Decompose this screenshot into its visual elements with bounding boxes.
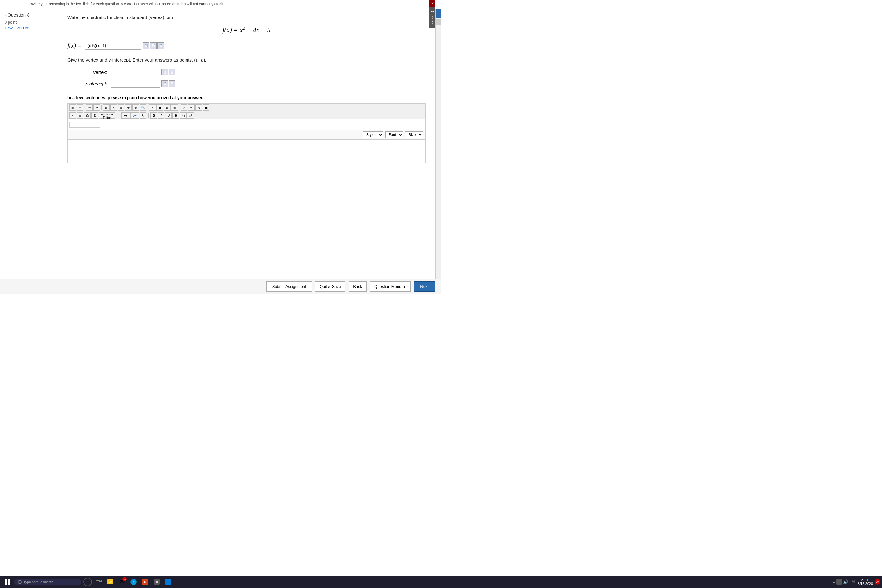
tb-align-left[interactable]: ⫸ [181,104,188,111]
chevron-up-icon: ▲ [403,285,406,288]
tb-sep2 [101,105,102,110]
tb-cut[interactable]: ✕ [110,104,117,111]
tb-source[interactable]: ⊞ [69,104,76,111]
explanation-title: In a few sentences, please explain how y… [68,95,426,100]
how-did-i-do-link[interactable]: How Did I Do? [4,26,56,30]
styles-font-bar: Styles Font Size [68,130,426,140]
tb-paste[interactable]: ⊕ [118,104,124,111]
tb-sep1 [84,105,85,110]
editor-inner-input[interactable] [69,122,100,128]
yintercept-label: y-intercept: [68,81,107,86]
tb-copy[interactable]: ⊡ [103,104,110,111]
vertex-row: Vertex: 📋 📄 [68,68,426,76]
tb-list2[interactable]: ☰ [156,104,163,111]
left-panel: - Question 8 0 point How Did I Do? [0,9,61,279]
right-side-panel: ✕ ... avorites [429,0,435,28]
tb-sep4 [179,105,180,110]
tb-undo[interactable]: ↩ [86,104,93,111]
tb-omega[interactable]: Ω [84,112,91,118]
tb-maximize[interactable]: ↔ [76,104,83,111]
main-scrollbar[interactable] [435,9,441,279]
yintercept-input[interactable] [111,80,160,88]
function-icon-3[interactable]: 📋 [158,42,164,49]
point-display: 0 point [4,20,56,24]
next-button[interactable]: Next [414,282,435,291]
yintercept-row: y-intercept: 📋 📄 [68,80,426,88]
right-content: Write the quadratic function in standard… [61,9,435,279]
intro-text: provide your reasoning in the text field… [0,0,435,8]
yintercept-icon-2[interactable]: 📄 [169,80,176,87]
vertex-icon-1[interactable]: 📋 [161,69,168,75]
tb-bg-color[interactable]: A▾ [130,112,139,118]
tb-paste2[interactable]: ⊕ [125,104,132,111]
tb-paste3[interactable]: ⊕ [132,104,139,111]
tb-align-center[interactable]: ≡ [188,104,195,111]
yintercept-icon-1[interactable]: 📋 [161,80,168,87]
editor-toolbar-row1: ⊞ ↔ ↩ ↪ ⊡ ✕ ⊕ ⊕ ⊕ 🔍 ≡ ☰ ⊟ ⊞ ⫸ ≡ ⫷ [68,103,426,111]
scrollbar-thumb-blue[interactable] [436,9,441,18]
back-button[interactable]: Back [348,282,367,291]
tb-italic[interactable]: I [158,112,165,118]
tb-strikethrough[interactable]: S [172,112,179,118]
explanation-section: In a few sentences, please explain how y… [68,95,426,163]
function-label: f(x) = [68,42,81,49]
editor-text-area-top [68,119,426,130]
question-prompt-2: Give the vertex and y-intercept. Enter y… [68,57,426,63]
tb-indent-dec[interactable]: ⊟ [164,104,171,111]
quit-save-button[interactable]: Quit & Save [315,282,345,291]
question-menu-button[interactable]: Question Menu ▲ [370,282,411,291]
question-prompt-1: Write the quadratic function in standard… [68,15,426,20]
tb-subscript[interactable]: X2 [180,112,186,118]
function-answer-row: f(x) = 📋 📄 📋 [68,42,426,50]
tb-sigma[interactable]: Σ [91,112,98,118]
tb-table-insert[interactable]: ≡ [69,112,76,118]
tb-search[interactable]: 🔍 [140,104,146,111]
more-options-button[interactable]: ... [429,7,435,14]
tb-bold[interactable]: B [150,112,157,118]
explanation-textarea[interactable] [68,140,425,163]
tb-font-color[interactable]: A▾ [121,112,130,118]
scrollbar-thumb-gray[interactable] [436,19,441,25]
tb-sep6 [148,113,148,118]
function-icon-1[interactable]: 📋 [143,42,150,49]
tb-list1[interactable]: ≡ [149,104,156,111]
vertex-icon-2[interactable]: 📄 [169,69,176,75]
explanation-textarea-area[interactable] [68,140,426,163]
styles-dropdown[interactable]: Styles [363,131,383,138]
math-equation-display: f(x) = x2 − 4x − 5 [68,26,426,34]
tb-sep5 [118,113,118,118]
tb-indent-inc[interactable]: ⊞ [171,104,178,111]
function-answer-input[interactable] [84,42,141,50]
tb-equation-editor[interactable]: EquationEditor [99,112,115,118]
vertex-label: Vertex: [68,69,107,75]
tb-justify[interactable]: ☰ [203,104,210,111]
tb-align-right[interactable]: ⫷ [195,104,202,111]
tb-italic-x[interactable]: Ix [140,112,146,118]
tb-table[interactable]: ⊞ [76,112,83,118]
function-icon-2[interactable]: 📄 [150,42,157,49]
size-dropdown[interactable]: Size [405,131,423,138]
tb-superscript[interactable]: X2 [187,112,194,118]
font-dropdown[interactable]: Font [385,131,404,138]
favorites-label[interactable]: avorites [429,14,435,28]
close-button[interactable]: ✕ [429,0,435,7]
bottom-toolbar: Submit Assignment Quit & Save Back Quest… [0,279,441,294]
vertex-input[interactable] [111,68,160,76]
tb-underline[interactable]: U [165,112,172,118]
editor-toolbar-row2: ≡ ⊞ Ω Σ EquationEditor A▾ A▾ Ix B I U S … [68,111,426,119]
submit-assignment-button[interactable]: Submit Assignment [266,282,312,291]
tb-redo[interactable]: ↪ [93,104,100,111]
question-title: - Question 8 [4,12,56,18]
